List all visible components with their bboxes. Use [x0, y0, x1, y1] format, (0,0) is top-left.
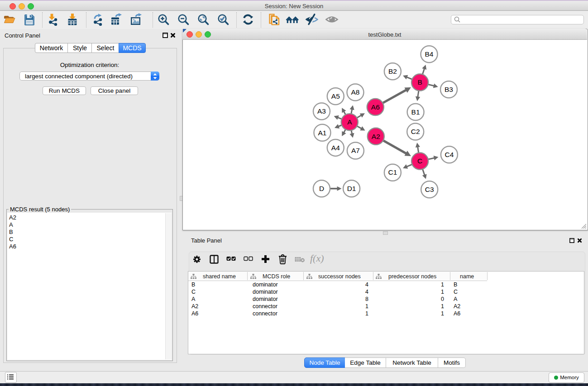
svg-text:D1: D1 [347, 185, 356, 192]
svg-text:C3: C3 [425, 186, 434, 193]
svg-text:C: C [417, 157, 422, 165]
svg-text:C4: C4 [445, 151, 454, 158]
svg-text:A8: A8 [351, 88, 360, 96]
svg-text:D: D [319, 185, 324, 192]
svg-text:C1: C1 [388, 168, 397, 176]
svg-text:B1: B1 [411, 108, 420, 116]
svg-text:B3: B3 [445, 86, 453, 93]
svg-text:B4: B4 [425, 50, 434, 58]
svg-text:A4: A4 [331, 144, 340, 152]
svg-text:A3: A3 [317, 107, 326, 115]
svg-text:B: B [417, 78, 422, 86]
svg-text:A7: A7 [351, 147, 360, 154]
svg-text:B2: B2 [388, 67, 397, 75]
svg-text:A5: A5 [331, 92, 340, 100]
svg-text:A1: A1 [318, 129, 327, 137]
svg-text:C2: C2 [411, 128, 420, 135]
svg-text:A2: A2 [372, 133, 380, 140]
svg-text:A: A [347, 118, 352, 126]
svg-text:A6: A6 [371, 103, 380, 111]
